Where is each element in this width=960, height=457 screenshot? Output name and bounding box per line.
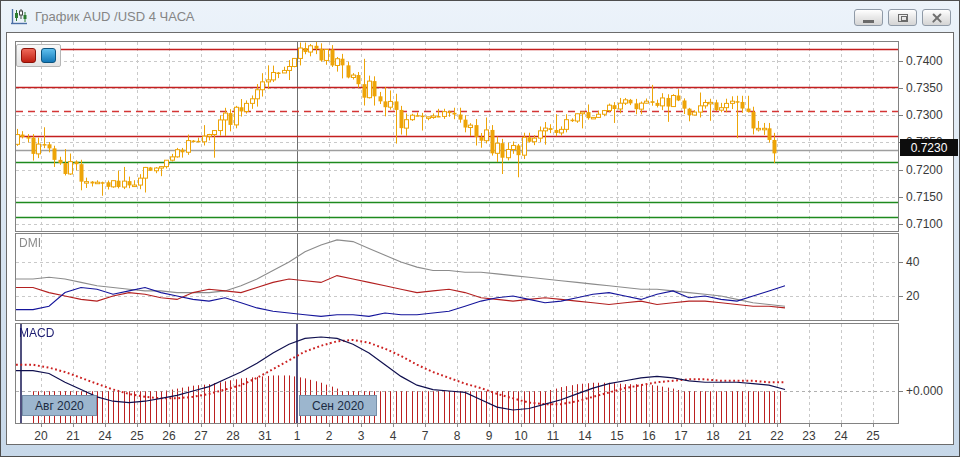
- blue-square-button[interactable]: [41, 48, 56, 63]
- date-label: 2: [326, 429, 333, 443]
- date-label: 25: [866, 429, 879, 443]
- date-label: 17: [674, 429, 687, 443]
- title-bar[interactable]: График AUD /USD 4 ЧАСА: [1, 1, 959, 32]
- date-label: 11: [547, 429, 559, 443]
- date-label: 22: [770, 429, 783, 443]
- dmi-axis-tick: [898, 262, 903, 263]
- date-label: 15: [610, 429, 623, 443]
- date-label: 9: [486, 429, 493, 443]
- date-tick: [361, 424, 362, 427]
- close-button[interactable]: [922, 9, 951, 26]
- price-axis-tick: [898, 170, 903, 171]
- price-axis-label: 0.7150: [906, 190, 943, 204]
- red-square-button[interactable]: [21, 48, 36, 63]
- date-label: 27: [194, 429, 207, 443]
- month-label-sep: Сен 2020: [299, 395, 377, 416]
- date-tick: [41, 424, 42, 427]
- date-label: 8: [454, 429, 461, 443]
- date-tick: [265, 424, 266, 427]
- date-tick: [137, 424, 138, 427]
- date-tick: [73, 424, 74, 427]
- date-tick: [713, 424, 714, 427]
- macd-zero-axis-label: +0.000: [906, 384, 943, 398]
- price-axis-tick: [898, 115, 903, 116]
- date-tick: [553, 424, 554, 427]
- date-label: 21: [66, 429, 79, 443]
- date-label: 24: [834, 429, 847, 443]
- macd-panel: [15, 323, 899, 424]
- window-controls: [854, 9, 951, 26]
- date-label: 7: [422, 429, 429, 443]
- close-icon: [931, 13, 943, 23]
- price-axis-label: 0.7200: [906, 163, 943, 177]
- price-axis-label: 0.7400: [906, 54, 943, 68]
- dmi-axis-label: 40: [906, 255, 919, 269]
- date-tick: [649, 424, 650, 427]
- restore-icon: [898, 14, 908, 22]
- month-label-aug: Авг 2020: [22, 395, 97, 416]
- dmi-indicator-label: DMI: [19, 236, 41, 250]
- price-axis-label: 0.7350: [906, 81, 943, 95]
- date-tick: [489, 424, 490, 427]
- price-axis-tick: [898, 197, 903, 198]
- date-tick: [425, 424, 426, 427]
- macd-indicator-label: MACD: [19, 326, 54, 340]
- date-tick: [233, 424, 234, 427]
- date-label: 3: [358, 429, 365, 443]
- dmi-axis-label: 20: [906, 289, 919, 303]
- price-axis-label: 0.7100: [906, 217, 943, 231]
- date-label: 24: [98, 429, 111, 443]
- price-axis-tick: [898, 61, 903, 62]
- restore-button[interactable]: [888, 9, 917, 26]
- date-label: 4: [390, 429, 397, 443]
- date-tick: [873, 424, 874, 427]
- date-label: 26: [162, 429, 175, 443]
- price-axis-tick: [898, 88, 903, 89]
- price-chart-canvas[interactable]: [16, 42, 898, 231]
- date-label: 21: [738, 429, 751, 443]
- date-tick: [841, 424, 842, 427]
- date-label: 31: [258, 429, 271, 443]
- dmi-axis-tick: [898, 296, 903, 297]
- date-label: 28: [226, 429, 239, 443]
- price-axis-tick: [898, 224, 903, 225]
- minimize-button[interactable]: [854, 9, 883, 26]
- candlestick-chart-icon: [10, 8, 28, 25]
- date-tick: [329, 424, 330, 427]
- date-tick: [585, 424, 586, 427]
- date-tick: [105, 424, 106, 427]
- date-tick: [201, 424, 202, 427]
- date-label: 10: [514, 429, 527, 443]
- date-tick: [393, 424, 394, 427]
- quick-buttons-toolbar: [16, 44, 61, 67]
- date-tick: [777, 424, 778, 427]
- date-tick: [297, 424, 298, 427]
- date-label: 23: [802, 429, 815, 443]
- date-label: 1: [294, 429, 301, 443]
- chart-window: График AUD /USD 4 ЧАСА DMI MACD +0.000 0…: [0, 0, 960, 457]
- date-label: 14: [578, 429, 591, 443]
- date-tick: [457, 424, 458, 427]
- current-price-tag: 0.7230: [900, 139, 958, 156]
- date-tick: [809, 424, 810, 427]
- price-axis-label: 0.7300: [906, 108, 943, 122]
- price-panel: [15, 41, 899, 232]
- date-tick: [745, 424, 746, 427]
- minimize-icon: [863, 20, 874, 23]
- date-label: 25: [130, 429, 143, 443]
- date-tick: [169, 424, 170, 427]
- date-label: 20: [34, 429, 47, 443]
- window-title: График AUD /USD 4 ЧАСА: [35, 9, 194, 24]
- date-label: 16: [642, 429, 655, 443]
- date-label: 18: [706, 429, 719, 443]
- date-tick: [617, 424, 618, 427]
- date-tick: [681, 424, 682, 427]
- dmi-chart-canvas[interactable]: [16, 234, 898, 320]
- macd-zero-tick: [898, 391, 903, 392]
- macd-chart-canvas[interactable]: [16, 324, 898, 423]
- date-tick: [521, 424, 522, 427]
- dmi-panel: [15, 233, 899, 321]
